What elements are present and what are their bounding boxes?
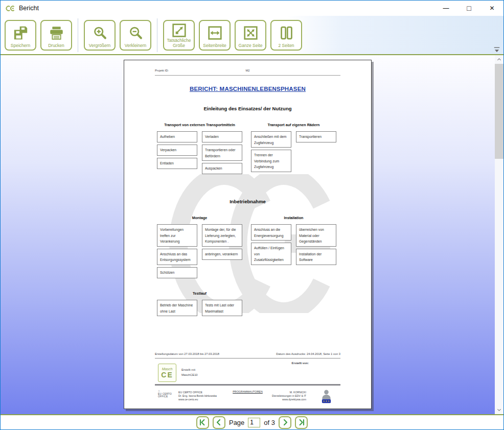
project-id-value: M2	[245, 69, 249, 72]
close-button[interactable]: ✕	[480, 1, 503, 16]
page-navigation: Page of 3	[1, 414, 503, 429]
actual-size-icon	[172, 22, 187, 39]
minimize-button[interactable]: —	[434, 1, 457, 16]
programmautoren-heading: PROGRAMMAUTOREN	[155, 390, 340, 393]
author-stamp-icon	[321, 389, 332, 404]
phase-box: Transportieren oder Befördern	[202, 145, 242, 161]
phase-box: Anschließen mit dem Zugfahrzeug	[251, 131, 291, 148]
scrollbar-thumb[interactable]	[495, 64, 503, 159]
toolbar-button-label: Seitenbreite	[203, 43, 226, 49]
toolbar-button-whole_page[interactable]: Ganze Seite	[235, 20, 266, 51]
toolbar-button-zoom_out[interactable]: Verkleinern	[120, 20, 151, 51]
created-by-label: Erstellt von:	[260, 362, 340, 365]
section-title: Inbetriebnahme	[124, 199, 371, 204]
creation-date-range: Erstellungsdatum von 27.03.2018 bis 27.0…	[155, 352, 219, 355]
group-title: Testlauf	[157, 291, 242, 296]
doc-section: TestlaufBetrieb der Maschine ohne LastTe…	[124, 291, 371, 316]
phase-box: Transportieren	[296, 131, 336, 142]
toolbar-button-label: Tatsächliche Größe	[165, 38, 193, 48]
page-header: Projekt ID: M2	[155, 69, 340, 72]
first-page-button[interactable]	[196, 416, 209, 429]
kornicki-contact-line: www.dyrektywa.com	[272, 398, 306, 401]
maximize-button[interactable]: □	[457, 1, 480, 16]
window-title: Bericht	[19, 5, 39, 12]
scroll-up-button[interactable]	[495, 55, 503, 64]
phase-box: Entladen	[157, 158, 197, 169]
footer-meta: Erstellungsdatum von 27.03.2018 bis 27.0…	[155, 352, 340, 355]
phase-box: Verpacken	[157, 145, 197, 156]
phase-box: Montage der, für die Lieferung zerlegten…	[202, 224, 242, 247]
group-title: Montage	[157, 216, 242, 220]
maximize-icon: □	[467, 4, 471, 12]
phase-box: Verladen	[202, 131, 242, 142]
made-with-text: Erstellt mitMaschCE10	[181, 367, 198, 382]
toolbar-button-label: 2 Seiten	[278, 43, 294, 49]
phase-box: Aufheben	[157, 131, 197, 142]
zoom-out-icon	[128, 22, 143, 43]
toolbar-button-page_width[interactable]: Seitenbreite	[199, 20, 231, 51]
kornicki-contact-line: M. KORNICKI	[272, 391, 306, 394]
footer-rule	[155, 358, 340, 359]
phase-box: Tests mit Last oder Maximallast	[202, 300, 242, 316]
doc-section: InbetriebnahmeMontageVorbereitungen tref…	[124, 199, 371, 278]
doc-section: Einleitung des Einsatzes/ der NutzungTra…	[124, 106, 371, 174]
zoom-in-icon	[93, 22, 107, 43]
report-page: Projekt ID: M2 BERICHT: MASCHINENLEBENSP…	[124, 60, 372, 409]
phase-box: Installation der Software	[296, 249, 336, 265]
authors-block: ✩EU CERTOOFFICE EU CERTO OFFICEDr. Eng. …	[155, 389, 340, 407]
page-label: Page	[229, 419, 244, 426]
maschce-logo-text-bottom: CE	[161, 371, 173, 378]
phase-box: Betrieb der Maschine ohne Last	[157, 300, 197, 316]
toolbar-overflow-icon[interactable]	[493, 46, 500, 52]
phase-box: Trennen der Verbindung zum Zugfahrzeug	[251, 150, 291, 172]
window-controls: — □ ✕	[434, 1, 503, 16]
previous-page-button[interactable]	[213, 416, 225, 429]
app-window: Bericht — □ ✕ SpeichernDruckenVergrößern…	[0, 0, 504, 430]
made-with-block: Masch CE Erstellt mitMaschCE10	[158, 364, 198, 382]
toolbar-button-save[interactable]: Speichern	[5, 20, 36, 51]
vertical-scrollbar[interactable]	[495, 55, 503, 414]
toolbar-button-zoom_in[interactable]: Vergrößern	[84, 20, 116, 51]
close-icon: ✕	[489, 5, 494, 12]
toolbar-separator	[78, 18, 78, 52]
phase-group: Transport von externen TransportmittelnA…	[157, 123, 242, 174]
certo-contact-line: Dr. Eng. Iwona Borek-Idzkowska	[178, 394, 217, 398]
group-title: Installation	[251, 216, 336, 220]
eu-certo-logo-line: OFFICE	[158, 395, 172, 398]
phase-box: Vorbereitungen treffen zur Verankerung	[157, 224, 197, 247]
toolbar-button-label: Ganze Seite	[239, 43, 263, 49]
whole-page-icon	[243, 22, 258, 43]
footer-thick-rule	[155, 384, 340, 386]
print-date-info: Datum des Ausdrucks: 24.04.2018, Seite 1…	[276, 352, 340, 355]
certo-contact-line: www.ce-certo.eu	[178, 398, 217, 401]
scroll-down-button[interactable]	[495, 405, 503, 414]
page-number-input[interactable]	[248, 418, 260, 427]
phase-group: MontageVorbereitungen treffen zur Verank…	[157, 216, 242, 278]
report-title: BERICHT: MASCHINENLEBENSPHASEN	[124, 86, 371, 92]
toolbar-button-two_pages[interactable]: 2 Seiten	[270, 20, 302, 51]
project-id-label: Projekt ID:	[155, 69, 245, 72]
phase-box: Anschluss an die Energieversorgung	[251, 224, 291, 241]
phase-box: anbringen, verankern	[202, 249, 242, 260]
phase-box: Schützen	[157, 267, 197, 278]
toolbar-button-print[interactable]: Drucken	[40, 20, 72, 51]
kornicki-contact-line: Dienstleistungen in EDV & IT	[272, 394, 306, 398]
next-page-button[interactable]	[279, 416, 291, 429]
toolbar-button-label: Drucken	[48, 43, 64, 49]
phase-box: Auspacken	[202, 163, 242, 174]
last-page-button[interactable]	[295, 416, 308, 429]
page-count-label: of 3	[264, 419, 275, 426]
made-with-text-line: MaschCE10	[181, 372, 198, 377]
title-bar: Bericht — □ ✕	[1, 1, 503, 16]
toolbar-button-label: Vergrößern	[89, 43, 111, 49]
toolbar-button-label: Speichern	[11, 43, 30, 49]
toolbar-button-actual_size[interactable]: Tatsächliche Größe	[163, 20, 195, 51]
toolbar-separator	[157, 18, 157, 52]
phase-group: Transport auf eigenen RädernAnschließen …	[251, 123, 336, 174]
phase-group: TestlaufBetrieb der Maschine ohne LastTe…	[157, 291, 242, 316]
document-viewport: Projekt ID: M2 BERICHT: MASCHINENLEBENSP…	[1, 55, 503, 414]
save-icon	[13, 22, 28, 43]
phase-box: Auffüllen / Einfügen von Zusatzflüssigke…	[251, 243, 291, 265]
page-width-icon	[208, 22, 222, 43]
group-title: Transport von externen Transportmitteln	[157, 123, 242, 127]
